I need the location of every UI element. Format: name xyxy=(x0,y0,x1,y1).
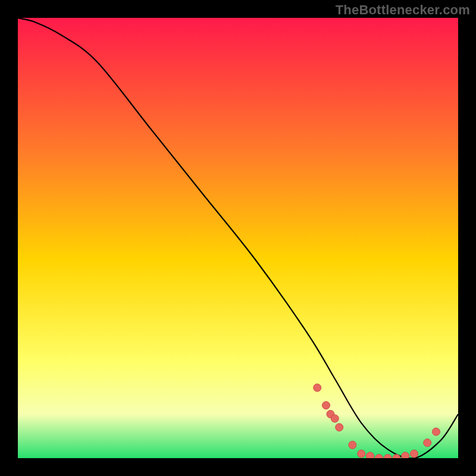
watermark-text: TheBottlenecker.com xyxy=(336,2,470,18)
plot-area xyxy=(18,18,458,458)
highlight-dot xyxy=(411,450,418,458)
highlight-dot xyxy=(367,452,374,458)
highlight-dot xyxy=(424,439,431,447)
highlight-dot xyxy=(349,441,356,449)
highlight-dot xyxy=(314,384,321,392)
chart-frame: TheBottlenecker.com xyxy=(0,0,476,476)
plot-svg xyxy=(18,18,458,458)
highlight-dot xyxy=(322,402,330,409)
highlight-dot xyxy=(402,452,409,458)
highlight-dot xyxy=(358,450,365,458)
highlight-dot xyxy=(331,415,339,422)
highlight-dot xyxy=(336,424,343,431)
highlight-dot xyxy=(433,428,440,436)
